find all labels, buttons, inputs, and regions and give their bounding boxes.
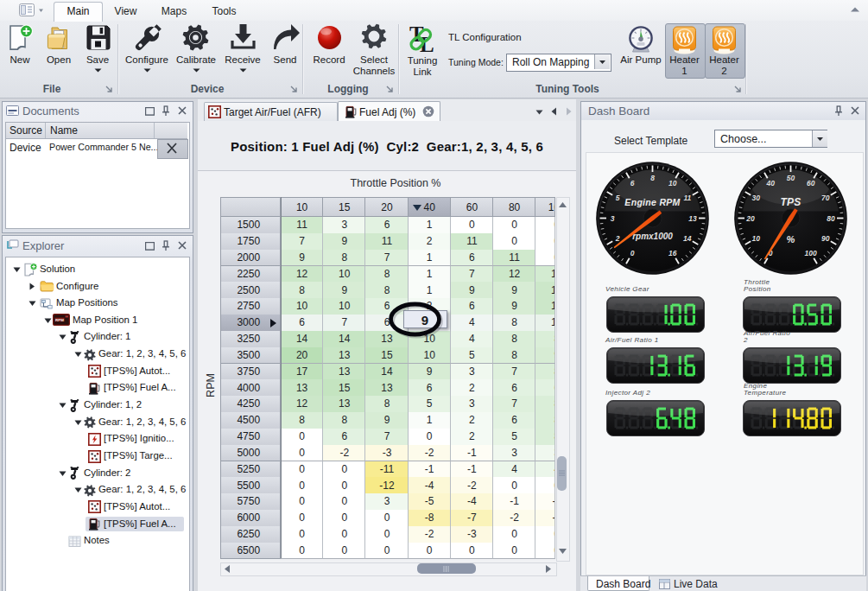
- svg-text:rpmx1000: rpmx1000: [632, 232, 673, 241]
- svg-text:RPM: RPM: [55, 318, 64, 322]
- svg-text:Engine RPM: Engine RPM: [624, 197, 680, 207]
- svg-text:8: 8: [650, 174, 655, 182]
- svg-text:20: 20: [745, 214, 755, 223]
- svg-text:50: 50: [787, 174, 795, 182]
- svg-text:%: %: [787, 234, 795, 245]
- svg-text:80: 80: [827, 214, 835, 223]
- svg-text:70: 70: [821, 194, 830, 202]
- svg-text:5: 5: [616, 194, 620, 202]
- svg-text:6: 6: [630, 179, 635, 187]
- svg-text:40: 40: [765, 179, 775, 187]
- svg-text:13: 13: [688, 214, 697, 223]
- svg-text:30: 30: [751, 194, 760, 202]
- svg-text:16: 16: [668, 249, 677, 257]
- svg-text:2: 2: [615, 234, 620, 243]
- svg-text:60: 60: [807, 179, 815, 187]
- svg-text:11: 11: [683, 194, 691, 202]
- svg-text:90: 90: [821, 234, 830, 243]
- svg-text:0: 0: [630, 249, 635, 257]
- svg-text:3: 3: [611, 214, 615, 223]
- svg-text:10: 10: [751, 234, 760, 243]
- svg-text:TPS: TPS: [780, 196, 801, 208]
- svg-text:14: 14: [683, 234, 692, 243]
- svg-text:100: 100: [805, 249, 817, 257]
- svg-text:10: 10: [668, 179, 677, 187]
